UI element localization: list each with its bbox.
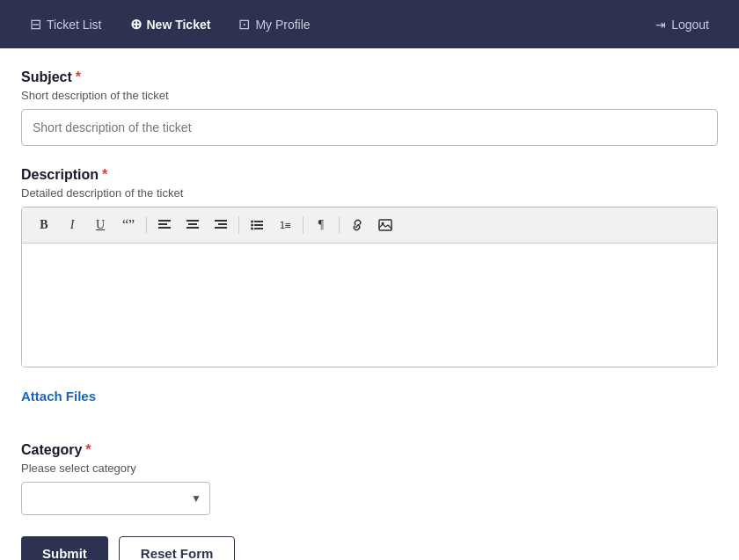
- svg-rect-3: [187, 220, 199, 222]
- submit-button[interactable]: Submit: [21, 536, 108, 560]
- svg-rect-15: [379, 220, 391, 230]
- svg-rect-8: [215, 227, 227, 229]
- svg-point-11: [251, 224, 253, 227]
- subject-input[interactable]: [21, 109, 718, 146]
- svg-rect-1: [158, 223, 167, 225]
- category-label: Category *: [21, 442, 718, 458]
- toolbar-sep-4: [339, 216, 340, 234]
- svg-rect-4: [188, 223, 197, 225]
- rich-text-editor: B I U “”: [21, 207, 718, 367]
- svg-rect-6: [215, 220, 227, 222]
- main-content: Subject * Short description of the ticke…: [0, 48, 739, 560]
- category-group: Category * Please select category ▼: [21, 442, 718, 515]
- category-select[interactable]: [21, 482, 210, 515]
- description-label: Description *: [21, 167, 718, 183]
- subject-label: Subject *: [21, 69, 718, 85]
- toolbar-link[interactable]: [344, 213, 370, 237]
- svg-rect-7: [218, 223, 227, 225]
- nav-my-profile-label: My Profile: [255, 18, 310, 32]
- toolbar-bullet-list[interactable]: [244, 213, 270, 237]
- toolbar-blockquote[interactable]: “”: [115, 213, 142, 237]
- description-hint: Detailed description of the ticket: [21, 186, 718, 200]
- plus-icon: ⊕: [130, 16, 142, 33]
- nav-new-ticket[interactable]: ⊕ New Ticket: [118, 9, 223, 40]
- toolbar-ordered-list[interactable]: 1≡: [272, 213, 298, 237]
- list-icon: ⊟: [30, 16, 41, 33]
- toolbar-align-left[interactable]: [151, 213, 178, 237]
- nav-my-profile[interactable]: ⊡ My Profile: [226, 9, 322, 40]
- category-required: *: [85, 442, 91, 458]
- editor-toolbar: B I U “”: [22, 207, 717, 244]
- toolbar-align-right[interactable]: [208, 213, 234, 237]
- attach-files-section: Attach Files: [21, 389, 718, 425]
- svg-rect-2: [158, 227, 171, 229]
- attach-files-link[interactable]: Attach Files: [21, 389, 96, 404]
- subject-required: *: [76, 69, 81, 85]
- svg-rect-0: [158, 220, 171, 222]
- toolbar-image[interactable]: [372, 213, 399, 237]
- reset-button[interactable]: Reset Form: [119, 536, 236, 560]
- logout-label: Logout: [671, 18, 709, 32]
- toolbar-italic[interactable]: I: [59, 213, 85, 237]
- nav-items: ⊟ Ticket List ⊕ New Ticket ⊡ My Profile: [18, 9, 643, 40]
- logout-button[interactable]: ⇥ Logout: [643, 11, 721, 39]
- toolbar-sep-1: [146, 216, 147, 234]
- toolbar-underline[interactable]: U: [87, 213, 113, 237]
- profile-icon: ⊡: [238, 16, 250, 33]
- form-actions: Submit Reset Form: [21, 536, 718, 560]
- nav-new-ticket-label: New Ticket: [147, 18, 211, 32]
- svg-rect-14: [254, 228, 263, 229]
- subject-group: Subject * Short description of the ticke…: [21, 69, 718, 146]
- svg-rect-12: [254, 224, 263, 226]
- description-group: Description * Detailed description of th…: [21, 167, 718, 367]
- navbar: ⊟ Ticket List ⊕ New Ticket ⊡ My Profile …: [0, 0, 739, 48]
- toolbar-align-center[interactable]: [179, 213, 206, 237]
- description-editor-body[interactable]: [22, 244, 717, 367]
- toolbar-sep-2: [238, 216, 239, 234]
- svg-point-13: [251, 228, 253, 230]
- description-required: *: [102, 167, 107, 183]
- nav-ticket-list[interactable]: ⊟ Ticket List: [18, 9, 114, 40]
- svg-rect-5: [187, 227, 199, 229]
- category-hint: Please select category: [21, 462, 718, 475]
- svg-point-9: [251, 221, 253, 223]
- toolbar-bold[interactable]: B: [31, 213, 57, 237]
- nav-ticket-list-label: Ticket List: [47, 18, 102, 32]
- category-select-wrapper: ▼: [21, 482, 210, 515]
- toolbar-paragraph[interactable]: ¶: [308, 213, 334, 237]
- toolbar-sep-3: [303, 216, 304, 234]
- svg-rect-10: [254, 221, 263, 222]
- logout-icon: ⇥: [655, 18, 666, 32]
- subject-hint: Short description of the ticket: [21, 89, 718, 102]
